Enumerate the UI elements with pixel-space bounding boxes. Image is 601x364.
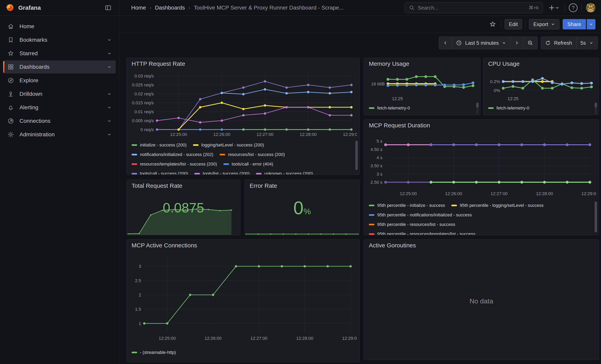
legend-item[interactable]: fetch-telemetry-0 (488, 106, 529, 111)
sidebar-item-home[interactable]: Home (3, 20, 116, 33)
legend-label: tools/call - success (200) (140, 171, 188, 175)
refresh-icon (545, 40, 551, 46)
sidebar-item-bookmarks[interactable]: Bookmarks (3, 33, 116, 47)
refresh-interval-label: 5s (581, 40, 586, 46)
sidebar-item-drilldown[interactable]: Drilldown (3, 88, 116, 100)
legend-item[interactable]: 95th percentile - logging/setLevel - suc… (451, 203, 544, 208)
legend-item[interactable]: 95th percentile - resources/list - succe… (369, 222, 455, 227)
svg-text:1.5: 1.5 (135, 307, 141, 312)
http-request-rate-chart: 0.03 req/s0.025 req/s0.02 req/s0.015 req… (129, 68, 357, 139)
sidebar-item-alerting[interactable]: Alerting (3, 101, 116, 114)
chevron-down-icon[interactable] (107, 119, 112, 123)
sidebar-nav: Home Bookmarks Starred Dashboards Explor… (0, 16, 119, 141)
panel-title[interactable]: Error Rate (250, 182, 277, 189)
time-shift-back-button[interactable] (439, 37, 452, 49)
svg-text:12:28:00: 12:28:00 (536, 191, 553, 196)
sidebar-collapse-icon[interactable] (103, 3, 113, 13)
legend-item[interactable]: - (streamable-http) (131, 350, 176, 355)
svg-text:5 s: 5 s (377, 139, 382, 144)
share-button[interactable]: Share (563, 19, 586, 30)
legend-scrollbar[interactable] (595, 201, 597, 232)
legend-item[interactable]: unknown - success (200) (256, 171, 313, 175)
legend-swatch (131, 352, 137, 353)
legend-item[interactable]: 95th percentile - notifications/initiali… (369, 212, 472, 217)
legend-scrollbar[interactable] (355, 141, 358, 170)
legend-item[interactable]: logging/setLevel - success (200) (193, 142, 264, 148)
add-new-button[interactable] (547, 3, 561, 12)
legend-item[interactable]: resources/list - success (200) (220, 152, 285, 157)
legend-label: 95th percentile - notifications/initiali… (377, 212, 472, 217)
panel-mcp-active-connections: MCP Active Connections 32.521.5112:25:00… (126, 239, 360, 362)
sidebar-item-administration[interactable]: Administration (3, 128, 116, 141)
legend-item[interactable]: tools/call - success (200) (131, 171, 188, 175)
time-range-picker[interactable]: Last 5 minutes (451, 37, 511, 49)
breadcrumb-dashboards[interactable]: Dashboards (155, 5, 185, 11)
clock-icon (456, 40, 462, 46)
panel-title[interactable]: Active Goroutines (369, 242, 416, 249)
panel-active-goroutines: Active Goroutines No data (364, 239, 599, 360)
legend-item[interactable]: notifications/initialized - success (202… (131, 152, 213, 157)
grafana-app: Grafana Home Bookmarks Starred Dashboard… (0, 0, 601, 364)
chart-legend: - (streamable-http) (131, 348, 353, 357)
legend-item[interactable]: fetch-telemetry-0 (369, 106, 410, 111)
error-rate-unit: % (303, 207, 311, 216)
sidebar-item-connections[interactable]: Connections (3, 114, 116, 128)
svg-text:0.02 req/s: 0.02 req/s (134, 91, 154, 96)
export-button[interactable]: Export (529, 19, 559, 30)
refresh-interval-picker[interactable]: 5s (576, 37, 598, 49)
chart-legend: 95th percentile - initialize - success95… (369, 201, 592, 235)
refresh-button[interactable]: Refresh (541, 37, 576, 49)
legend-label: 95th percentile - resources/templates/li… (377, 231, 475, 235)
breadcrumb-home[interactable]: Home (131, 5, 146, 11)
chevron-down-icon[interactable] (107, 51, 112, 56)
search-box[interactable]: ⌘+k (405, 2, 543, 13)
panel-title[interactable]: MCP Active Connections (131, 242, 197, 249)
link-icon (7, 118, 14, 124)
legend-item[interactable]: tools/call - error (404) (223, 162, 273, 167)
legend-item[interactable]: 95th percentile - initialize - success (369, 203, 445, 208)
user-avatar[interactable] (586, 3, 595, 12)
chevron-down-icon[interactable] (107, 132, 112, 137)
favorite-star-icon[interactable] (488, 19, 498, 30)
legend-label: fetch-telemetry-0 (377, 106, 410, 111)
search-input[interactable] (418, 5, 525, 11)
drilldown-icon (7, 91, 14, 97)
svg-text:2.5: 2.5 (135, 278, 141, 283)
legend-swatch (451, 205, 457, 206)
legend-item[interactable]: resources/templates/list - success (200) (131, 162, 217, 167)
sidebar-item-label: Alerting (20, 104, 102, 111)
chevron-down-icon[interactable] (107, 105, 112, 110)
share-dropdown-caret[interactable] (587, 19, 595, 30)
sidebar: Grafana Home Bookmarks Starred Dashboard… (0, 0, 119, 364)
legend-swatch (193, 144, 199, 146)
star-icon (7, 50, 14, 57)
legend-scrollbar[interactable] (595, 103, 597, 108)
panel-title[interactable]: CPU Usage (488, 60, 520, 67)
legend-item[interactable]: tools/list - success (200) (194, 171, 250, 175)
chevron-down-icon[interactable] (107, 65, 112, 69)
legend-scrollbar[interactable] (476, 103, 479, 108)
svg-text:12:28:00: 12:28:00 (300, 132, 317, 137)
sidebar-item-starred[interactable]: Starred (3, 47, 116, 60)
panel-title[interactable]: HTTP Request Rate (131, 60, 185, 67)
chevron-down-icon[interactable] (107, 38, 112, 42)
panel-title[interactable]: Total Request Rate (131, 182, 182, 189)
svg-text:12:29:00: 12:29:00 (343, 132, 357, 137)
panel-title[interactable]: MCP Request Duration (369, 122, 430, 129)
zoom-out-time-button[interactable] (523, 37, 538, 49)
sidebar-item-dashboards[interactable]: Dashboards (3, 60, 116, 74)
panel-title[interactable]: Memory Usage (369, 60, 409, 67)
svg-text:12:27:00: 12:27:00 (257, 132, 274, 137)
breadcrumb: Home › Dashboards › ToolHive MCP Server … (131, 5, 344, 11)
sidebar-item-explore[interactable]: Explore (3, 74, 116, 87)
legend-item[interactable]: 95th percentile - resources/templates/li… (369, 231, 475, 235)
legend-label: logging/setLevel - success (200) (201, 142, 264, 148)
bookmark-icon (7, 37, 14, 43)
help-icon[interactable]: ? (569, 3, 578, 12)
chevron-down-icon[interactable] (107, 92, 112, 96)
svg-text:12:26:00: 12:26:00 (213, 132, 230, 137)
legend-item[interactable]: initialize - success (200) (131, 142, 187, 148)
grafana-logo[interactable] (6, 3, 14, 12)
edit-button[interactable]: Edit (505, 19, 522, 30)
time-shift-forward-button[interactable] (510, 37, 523, 49)
